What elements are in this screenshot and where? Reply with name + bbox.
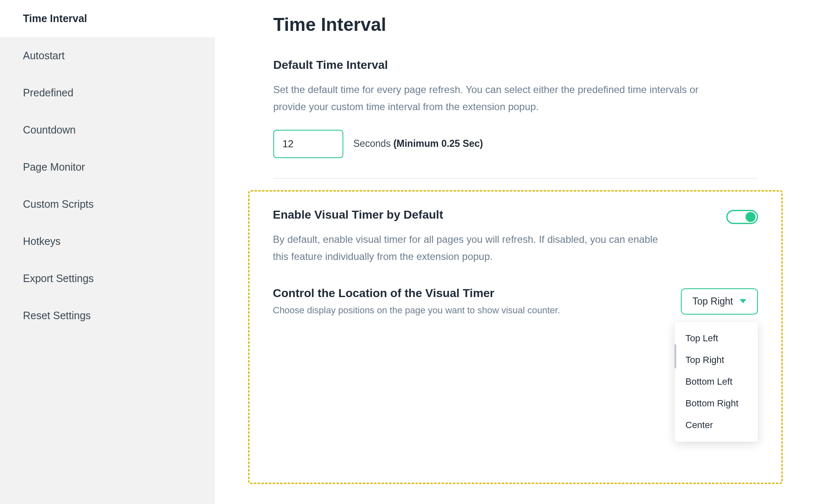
dropdown-option-bottom-left[interactable]: Bottom Left: [675, 371, 758, 393]
sidebar-item-custom-scripts[interactable]: Custom Scripts: [0, 186, 215, 223]
default-interval-input-row: Seconds (Minimum 0.25 Sec): [273, 130, 758, 158]
toggle-knob-icon: [745, 212, 756, 222]
page-title: Time Interval: [273, 14, 758, 35]
visual-timer-location-dropdown: Top Left Top Right Bottom Left Bottom Ri…: [675, 322, 758, 442]
visual-timer-toggle[interactable]: [726, 210, 758, 224]
select-value: Top Right: [693, 296, 733, 307]
visual-timer-location-select-wrap: Top Right Top Left Top Right Bottom Left…: [681, 288, 758, 315]
section-divider: [273, 178, 758, 179]
sidebar-item-reset-settings[interactable]: Reset Settings: [0, 297, 215, 334]
dropdown-option-top-left[interactable]: Top Left: [675, 328, 758, 349]
unit-minimum: (Minimum 0.25 Sec): [393, 138, 483, 149]
visual-timer-location-select[interactable]: Top Right: [681, 288, 758, 315]
default-interval-input[interactable]: [273, 130, 343, 158]
visual-timer-heading: Enable Visual Timer by Default: [273, 208, 710, 222]
sidebar-item-page-monitor[interactable]: Page Monitor: [0, 149, 215, 186]
sidebar-item-export-settings[interactable]: Export Settings: [0, 260, 215, 297]
sidebar-item-countdown[interactable]: Countdown: [0, 111, 215, 149]
sidebar-item-predefined[interactable]: Predefined: [0, 74, 215, 111]
section-default-interval: Default Time Interval Set the default ti…: [273, 58, 758, 158]
chevron-down-icon: [740, 299, 746, 303]
visual-timer-location-heading: Control the Location of the Visual Timer: [273, 287, 664, 300]
main-content: Time Interval Default Time Interval Set …: [215, 0, 816, 504]
default-interval-unit: Seconds (Minimum 0.25 Sec): [353, 138, 483, 149]
dropdown-option-bottom-right[interactable]: Bottom Right: [675, 393, 758, 414]
sidebar-item-hotkeys[interactable]: Hotkeys: [0, 223, 215, 260]
dropdown-option-center[interactable]: Center: [675, 414, 758, 436]
default-interval-description: Set the default time for every page refr…: [273, 81, 699, 116]
sidebar: Time Interval Autostart Predefined Count…: [0, 0, 215, 504]
sidebar-item-time-interval[interactable]: Time Interval: [0, 0, 215, 37]
visual-timer-location-description: Choose display positions on the page you…: [273, 305, 664, 316]
default-interval-heading: Default Time Interval: [273, 58, 758, 72]
section-visual-timer: Enable Visual Timer by Default By defaul…: [248, 190, 783, 484]
visual-timer-description: By default, enable visual timer for all …: [273, 231, 669, 265]
dropdown-option-top-right[interactable]: Top Right: [675, 349, 758, 371]
sidebar-item-autostart[interactable]: Autostart: [0, 37, 215, 74]
unit-text: Seconds: [353, 138, 393, 149]
